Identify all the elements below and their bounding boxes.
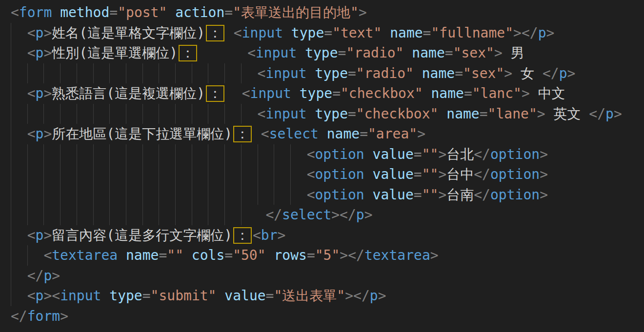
code-token: cols — [192, 247, 224, 263]
code-token: p — [43, 268, 52, 284]
code-token: < — [307, 146, 315, 162]
code-line: <option value="">台中</option> — [11, 164, 644, 185]
indent-guide — [159, 205, 175, 225]
indent-guide — [274, 144, 290, 165]
code-line: </select></p> — [11, 205, 644, 225]
code-token — [101, 288, 109, 304]
code-token: 台北 — [446, 146, 474, 162]
code-token: "radio" — [356, 65, 414, 81]
code-token: ></ — [513, 25, 538, 41]
code-line: <option value="">台南</option> — [11, 185, 644, 205]
indent-guide — [142, 63, 159, 84]
indent-guide — [11, 225, 27, 246]
code-token: > — [43, 126, 52, 142]
code-token: > — [430, 247, 439, 263]
code-token: > — [494, 45, 503, 61]
code-line: </form> — [11, 306, 644, 327]
indent-guide — [11, 83, 27, 104]
code-token: "表單送出的目的地" — [233, 4, 359, 20]
code-token: 英文 — [545, 106, 589, 122]
indent-guide — [175, 63, 192, 84]
code-token: = — [307, 247, 315, 263]
code-token: input — [250, 85, 291, 101]
code-token: p — [36, 45, 44, 61]
indent-guide — [159, 164, 175, 185]
code-token: action — [175, 4, 224, 20]
code-token: "50" — [233, 247, 265, 263]
code-token — [414, 65, 422, 81]
code-token: > — [438, 146, 446, 162]
indent-guide — [224, 185, 241, 205]
indent-guide — [11, 164, 27, 185]
indent-guide — [208, 185, 224, 205]
code-token — [216, 288, 224, 304]
code-token: > — [278, 227, 286, 243]
code-line: <form method="post" action="表單送出的目的地"> — [11, 2, 644, 23]
code-token: type — [315, 106, 348, 122]
indent-guide — [93, 63, 110, 84]
indent-guide — [192, 104, 208, 124]
code-token — [266, 247, 274, 263]
indent-guide — [60, 164, 77, 185]
code-token: value — [373, 187, 414, 203]
code-token: </ — [543, 65, 559, 81]
indent-guide — [192, 205, 208, 225]
code-token: "checkbox" — [356, 106, 439, 122]
indent-guide — [241, 104, 258, 124]
code-token: = — [464, 85, 472, 101]
code-token — [297, 45, 305, 61]
code-token: </ — [474, 166, 490, 182]
indent-guide — [11, 205, 27, 225]
code-token: "lanc" — [472, 85, 522, 101]
code-token: p — [36, 227, 44, 243]
code-token — [52, 4, 60, 20]
code-token: = — [266, 288, 274, 304]
indent-guide — [274, 164, 290, 185]
code-token: < — [27, 45, 36, 61]
code-token: input — [60, 288, 101, 304]
unicode-highlight-box: ： — [233, 126, 252, 142]
indent-guide — [11, 63, 27, 84]
code-token: 男 — [503, 45, 524, 61]
indent-guide — [109, 185, 126, 205]
code-token: "sex" — [463, 65, 504, 81]
indent-guide — [192, 164, 208, 185]
code-token: = — [109, 4, 118, 20]
indent-guide — [93, 104, 110, 124]
indent-guide — [258, 164, 274, 185]
code-token: </ — [27, 268, 44, 284]
code-token: < — [258, 65, 266, 81]
indent-guide — [142, 185, 159, 205]
code-token: "submit" — [151, 288, 217, 304]
code-token: value — [373, 166, 414, 182]
code-token: 台中 — [446, 166, 474, 182]
code-token — [307, 106, 315, 122]
code-token: = — [224, 247, 233, 263]
indent-guide — [27, 245, 44, 266]
indent-guide — [192, 63, 208, 84]
indent-guide — [241, 205, 258, 225]
code-token: > — [438, 166, 446, 182]
code-token: < — [261, 126, 269, 142]
code-token: > — [359, 4, 367, 20]
indent-guide — [241, 164, 258, 185]
code-token: input — [265, 106, 306, 122]
indent-guide — [175, 144, 192, 165]
indent-guide — [27, 144, 44, 165]
code-editor[interactable]: <form method="post" action="表單送出的目的地"><p… — [0, 0, 644, 332]
code-token: 女 — [512, 65, 543, 81]
code-token: < — [27, 126, 36, 142]
indent-guide — [109, 104, 126, 124]
indent-guide — [142, 104, 159, 124]
indent-guide — [208, 205, 224, 225]
code-token: > — [540, 187, 548, 203]
indent-guide — [290, 185, 307, 205]
code-token: 姓名(這是單格文字欄位) — [52, 25, 205, 41]
code-token: > — [546, 25, 554, 41]
code-token: < — [11, 4, 19, 20]
code-token: method — [60, 4, 109, 20]
code-token: = — [348, 106, 356, 122]
whitespace-spacer — [198, 43, 247, 63]
code-token: p — [36, 25, 44, 41]
code-token: input — [265, 65, 306, 81]
